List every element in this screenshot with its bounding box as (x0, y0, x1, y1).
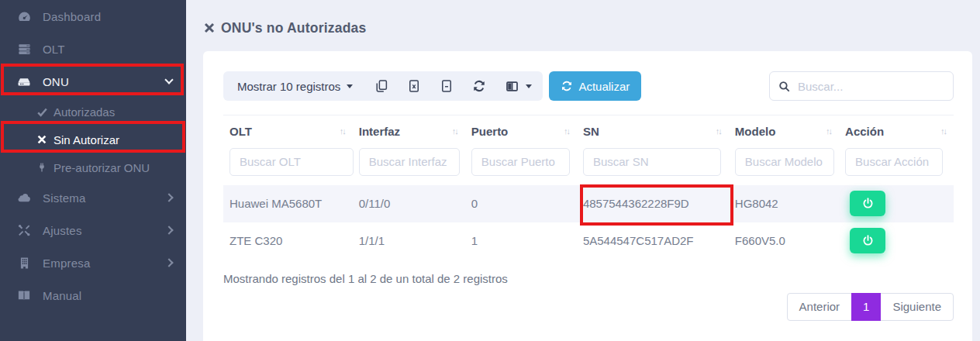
sort-icon (564, 126, 571, 136)
sidebar-item-pre-autorizar-onu[interactable]: Pre-autorizar ONU (0, 153, 186, 181)
sidebar-item-onu[interactable]: ONU (0, 65, 186, 98)
page-title: ONU's no Autorizadas (221, 20, 366, 36)
server-icon (16, 42, 33, 57)
sidebar-item-label: Empresa (43, 257, 90, 270)
column-header-sn[interactable]: SN (577, 115, 729, 146)
cell-puerto: 0 (465, 185, 577, 222)
copy-icon (374, 79, 388, 93)
x-icon (203, 22, 216, 34)
filter-puerto-input[interactable] (471, 148, 570, 176)
sort-icon (452, 126, 459, 136)
filter-row (223, 146, 954, 185)
cell-sn: 4857544362228F9D (577, 185, 729, 222)
table-search (769, 71, 954, 101)
cell-olt: ZTE C320 (223, 222, 353, 260)
table-toolbar: Mostrar 10 registros (223, 71, 954, 101)
sidebar-item-label: Sistema (43, 191, 86, 205)
sidebar-item-sin-autorizar[interactable]: Sin Autorizar (0, 126, 186, 153)
table-row: ZTE C320 1/1/1 1 5A544547C517AD2F F660V5… (223, 222, 954, 260)
file-icon (440, 79, 454, 93)
gauge-icon (16, 9, 33, 24)
excel-icon (407, 79, 421, 93)
modem-icon (16, 74, 33, 89)
export-button-group: Mostrar 10 registros (223, 71, 543, 101)
plug-icon (36, 162, 48, 173)
cell-interfaz: 1/1/1 (353, 222, 465, 260)
column-header-interfaz[interactable]: Interfaz (353, 115, 465, 146)
sidebar: Dashboard OLT ONU Autorizadas Sin Aut (0, 0, 186, 341)
length-menu-label: Mostrar 10 registros (237, 80, 340, 93)
column-visibility-button[interactable] (495, 71, 541, 101)
chevron-right-icon (164, 226, 173, 234)
copy-button[interactable] (365, 71, 398, 101)
table-card: Mostrar 10 registros (203, 51, 972, 341)
sidebar-item-label: Manual (43, 289, 81, 302)
book-icon (16, 288, 33, 302)
cloud-icon (16, 190, 33, 205)
sidebar-item-ajustes[interactable]: Ajustes (0, 214, 186, 246)
export-excel-button[interactable] (398, 71, 430, 101)
sort-icon (940, 126, 947, 136)
search-icon (778, 80, 791, 93)
pagination: Anterior 1 Siguiente (223, 293, 954, 321)
caret-down-icon (347, 84, 353, 88)
x-icon (36, 134, 48, 145)
sidebar-item-label: Autorizadas (53, 105, 115, 119)
pagination-previous-button[interactable]: Anterior (787, 293, 853, 321)
actualizar-label: Actualizar (578, 80, 630, 93)
check-icon (36, 106, 48, 118)
filter-modelo-input[interactable] (735, 148, 834, 176)
column-header-olt[interactable]: OLT (223, 115, 353, 146)
filter-interfaz-input[interactable] (359, 148, 460, 176)
columns-icon (505, 79, 519, 94)
sidebar-item-label: Pre-autorizar ONU (53, 161, 150, 174)
sidebar-item-empresa[interactable]: Empresa (0, 246, 186, 279)
length-menu-dropdown[interactable]: Mostrar 10 registros (225, 71, 365, 101)
refresh-icon (472, 79, 486, 93)
refresh-icon (561, 80, 573, 92)
power-icon (861, 234, 875, 247)
table-info: Mostrando registros del 1 al 2 de un tot… (223, 272, 954, 285)
filter-accion-input[interactable] (845, 148, 943, 176)
table-row: Huawei MA5680T 0/11/0 0 4857544362228F9D… (223, 185, 954, 222)
reload-table-button[interactable] (463, 71, 495, 101)
chevron-down-icon (164, 75, 173, 84)
cell-olt: Huawei MA5680T (223, 185, 353, 222)
sidebar-item-label: ONU (43, 75, 69, 88)
column-header-accion[interactable]: Acción (839, 115, 954, 146)
export-file-button[interactable] (430, 71, 463, 101)
column-header-puerto[interactable]: Puerto (465, 115, 577, 146)
header-row: OLT Interfaz Puerto SN Modelo Acción (223, 115, 954, 146)
sidebar-item-olt[interactable]: OLT (0, 33, 186, 65)
sidebar-item-label: Ajustes (43, 224, 82, 237)
sidebar-item-sistema[interactable]: Sistema (0, 181, 186, 214)
cell-modelo: HG8042 (729, 185, 839, 222)
page-header: ONU's no Autorizadas (186, 0, 980, 51)
column-header-modelo[interactable]: Modelo (729, 115, 839, 146)
page: Dashboard OLT ONU Autorizadas Sin Aut (0, 0, 980, 341)
authorize-power-button[interactable] (850, 191, 885, 216)
sidebar-item-label: Sin Autorizar (53, 133, 119, 146)
main-content: ONU's no Autorizadas Mostrar 10 registro… (186, 0, 980, 341)
sort-icon (826, 126, 833, 136)
sidebar-item-label: Dashboard (43, 10, 101, 23)
sidebar-item-manual[interactable]: Manual (0, 279, 186, 312)
power-icon (861, 197, 875, 210)
cell-accion (839, 185, 954, 222)
chevron-right-icon (164, 193, 173, 202)
pagination-page-1[interactable]: 1 (851, 293, 881, 321)
chevron-right-icon (164, 258, 173, 267)
search-input[interactable] (798, 80, 952, 93)
pagination-next-button[interactable]: Siguiente (880, 293, 954, 321)
authorize-power-button[interactable] (850, 228, 885, 253)
actualizar-button[interactable]: Actualizar (549, 71, 641, 101)
building-icon (16, 257, 33, 270)
filter-sn-input[interactable] (583, 148, 721, 176)
sort-icon (716, 126, 723, 136)
cell-puerto: 1 (465, 222, 577, 260)
tools-icon (16, 223, 33, 237)
sidebar-item-autorizadas[interactable]: Autorizadas (0, 98, 186, 126)
sidebar-item-dashboard[interactable]: Dashboard (0, 0, 186, 33)
caret-down-icon (526, 84, 532, 88)
filter-olt-input[interactable] (229, 148, 354, 176)
